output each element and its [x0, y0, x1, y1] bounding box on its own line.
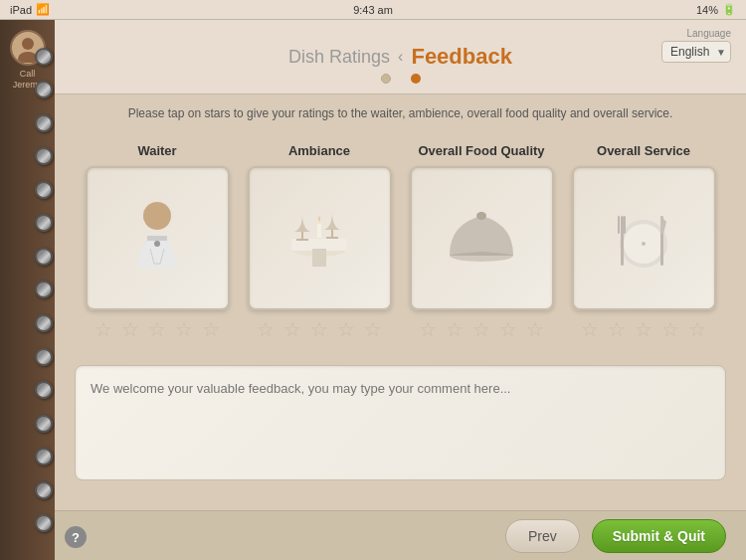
- feedback-textarea[interactable]: [91, 381, 710, 461]
- instructions-text: Please tap on stars to give your ratings…: [55, 94, 746, 128]
- spiral-15: [35, 514, 53, 532]
- ambiance-image: [248, 166, 392, 310]
- language-container: Language English ▼: [661, 28, 731, 63]
- waiter-card: Waiter ☆ ☆ ☆ ☆ ☆: [86, 143, 230, 340]
- food-star-4[interactable]: ☆: [497, 318, 519, 340]
- ambiance-star-3[interactable]: ☆: [308, 318, 330, 340]
- ambiance-star-1[interactable]: ☆: [255, 318, 277, 340]
- dish-ratings-label[interactable]: Dish Ratings: [288, 47, 390, 68]
- progress-dots: [381, 74, 421, 84]
- svg-point-4: [154, 241, 160, 247]
- help-icon[interactable]: ?: [65, 526, 87, 548]
- spiral-12: [35, 415, 53, 433]
- spiral-2: [35, 81, 53, 98]
- food-star-3[interactable]: ☆: [470, 318, 492, 340]
- language-wrapper[interactable]: English ▼: [661, 41, 731, 63]
- status-time: 9:43 am: [353, 4, 393, 16]
- breadcrumb-nav: Dish Ratings ‹ Feedback: [288, 44, 512, 70]
- language-label: Language: [687, 28, 732, 39]
- status-right: 14% 🔋: [696, 3, 736, 16]
- language-select[interactable]: English: [661, 41, 731, 63]
- waiter-star-3[interactable]: ☆: [146, 318, 168, 340]
- main-content: Dish Ratings ‹ Feedback Language English…: [55, 20, 746, 560]
- ambiance-stars[interactable]: ☆ ☆ ☆ ☆ ☆: [255, 318, 384, 340]
- battery-icon: 🔋: [722, 3, 736, 16]
- service-star-5[interactable]: ☆: [686, 318, 708, 340]
- svg-rect-10: [331, 230, 333, 238]
- ambiance-title: Ambiance: [288, 143, 350, 158]
- spiral-9: [35, 314, 53, 332]
- overall-service-image: [572, 166, 716, 310]
- svg-rect-7: [312, 249, 326, 267]
- rating-cards-container: Waiter ☆ ☆ ☆ ☆ ☆ Ambiance: [55, 128, 746, 355]
- food-star-5[interactable]: ☆: [524, 318, 546, 340]
- svg-rect-8: [301, 232, 303, 240]
- spiral-3: [35, 114, 53, 132]
- battery-label: 14%: [696, 4, 718, 16]
- ambiance-card: Ambiance: [248, 143, 392, 340]
- spiral-13: [35, 448, 53, 466]
- header: Dish Ratings ‹ Feedback Language English…: [55, 20, 746, 94]
- ambiance-star-2[interactable]: ☆: [281, 318, 303, 340]
- submit-quit-button[interactable]: Submit & Quit: [592, 519, 726, 553]
- svg-rect-11: [326, 237, 338, 239]
- overall-service-card: Overall Service ☆ ☆: [572, 143, 716, 340]
- food-star-2[interactable]: ☆: [444, 318, 466, 340]
- waiter-title: Waiter: [137, 143, 176, 158]
- service-star-1[interactable]: ☆: [579, 318, 601, 340]
- food-quality-title: Overall Food Quality: [418, 143, 544, 158]
- progress-dot-1: [381, 74, 391, 84]
- food-quality-card: Overall Food Quality ☆ ☆ ☆ ☆ ☆: [410, 143, 554, 340]
- spiral-11: [35, 381, 53, 399]
- svg-rect-19: [621, 216, 624, 266]
- feedback-section[interactable]: [75, 365, 726, 480]
- service-star-3[interactable]: ☆: [633, 318, 654, 340]
- spiral-8: [35, 280, 53, 298]
- progress-dot-2: [411, 74, 421, 84]
- spiral-binding: [33, 20, 55, 560]
- status-left: iPad 📶: [10, 3, 50, 16]
- waiter-star-2[interactable]: ☆: [119, 318, 141, 340]
- svg-rect-12: [317, 224, 321, 238]
- wifi-icon: 📶: [36, 3, 50, 16]
- svg-point-18: [642, 242, 646, 246]
- service-star-4[interactable]: ☆: [659, 318, 681, 340]
- svg-rect-20: [618, 216, 620, 234]
- spiral-1: [35, 48, 53, 66]
- overall-service-title: Overall Service: [597, 143, 690, 158]
- svg-point-2: [143, 202, 171, 230]
- waiter-star-1[interactable]: ☆: [93, 318, 114, 340]
- spiral-6: [35, 214, 53, 232]
- overall-service-stars[interactable]: ☆ ☆ ☆ ☆ ☆: [579, 318, 708, 340]
- ipad-label: iPad: [10, 4, 32, 16]
- ambiance-star-4[interactable]: ☆: [335, 318, 357, 340]
- spiral-4: [35, 147, 53, 165]
- ambiance-star-5[interactable]: ☆: [362, 318, 384, 340]
- waiter-star-4[interactable]: ☆: [173, 318, 195, 340]
- waiter-star-5[interactable]: ☆: [200, 318, 222, 340]
- breadcrumb-arrow: ‹: [398, 48, 403, 66]
- svg-point-0: [22, 38, 34, 50]
- svg-rect-21: [624, 216, 626, 234]
- footer: ? Prev Submit & Quit: [55, 510, 746, 560]
- prev-button[interactable]: Prev: [505, 519, 580, 553]
- spiral-14: [35, 481, 53, 499]
- food-quality-image: [410, 166, 554, 310]
- spiral-7: [35, 248, 53, 266]
- status-bar: iPad 📶 9:43 am 14% 🔋: [0, 0, 746, 20]
- waiter-image: [86, 166, 230, 310]
- food-quality-stars[interactable]: ☆ ☆ ☆ ☆ ☆: [417, 318, 546, 340]
- svg-rect-15: [479, 212, 483, 220]
- waiter-stars[interactable]: ☆ ☆ ☆ ☆ ☆: [93, 318, 222, 340]
- svg-rect-9: [296, 239, 308, 241]
- spiral-10: [35, 348, 53, 366]
- spiral-5: [35, 181, 53, 199]
- svg-rect-3: [147, 236, 167, 241]
- service-star-2[interactable]: ☆: [606, 318, 628, 340]
- feedback-label: Feedback: [411, 44, 512, 70]
- food-star-1[interactable]: ☆: [417, 318, 439, 340]
